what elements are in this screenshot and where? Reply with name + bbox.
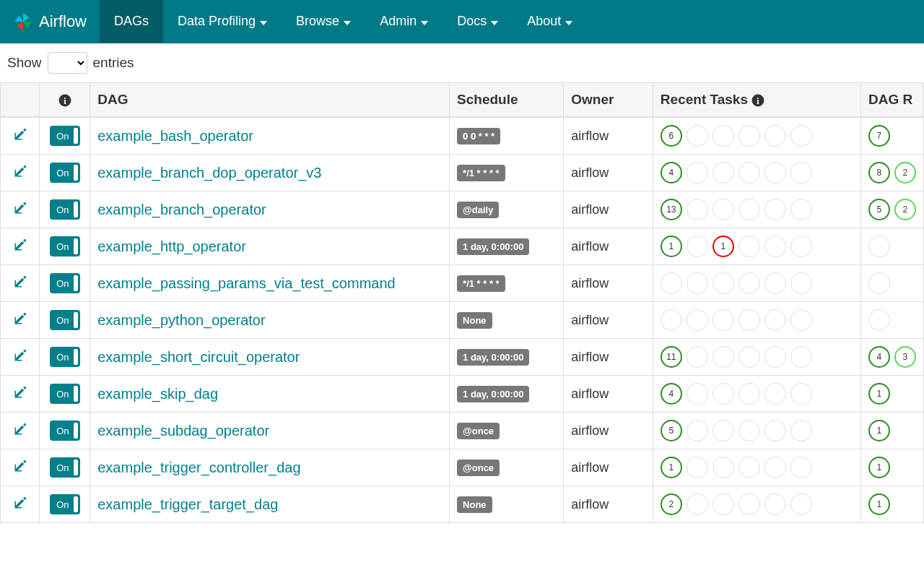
status-circle[interactable]	[712, 199, 734, 220]
status-circle[interactable]	[764, 309, 786, 331]
status-circle[interactable]	[764, 493, 786, 515]
status-circle[interactable]: 4	[661, 162, 682, 184]
status-circle[interactable]	[790, 272, 812, 294]
dag-link[interactable]: example_trigger_controller_dag	[97, 460, 300, 475]
edit-dag-button[interactable]	[14, 240, 27, 254]
status-circle[interactable]	[712, 309, 734, 331]
status-circle[interactable]	[790, 420, 812, 441]
dag-link[interactable]: example_skip_dag	[97, 386, 218, 402]
status-circle[interactable]	[764, 236, 786, 257]
status-circle[interactable]	[712, 346, 734, 368]
nav-item-admin[interactable]: Admin	[365, 0, 443, 43]
status-circle[interactable]	[790, 125, 812, 147]
edit-dag-button[interactable]	[14, 387, 27, 402]
status-circle[interactable]	[790, 236, 812, 257]
status-circle[interactable]: 5	[868, 199, 890, 220]
status-circle[interactable]: 2	[894, 162, 916, 184]
status-circle[interactable]	[687, 125, 708, 147]
schedule-badge[interactable]: @daily	[457, 202, 499, 218]
status-circle[interactable]	[790, 493, 812, 515]
status-circle[interactable]: 1	[661, 236, 682, 257]
status-circle[interactable]	[687, 493, 708, 515]
status-circle[interactable]: 1	[661, 457, 682, 478]
header-owner[interactable]: Owner	[564, 83, 653, 118]
status-circle[interactable]: 2	[894, 199, 916, 220]
status-circle[interactable]	[687, 383, 708, 405]
status-circle[interactable]	[738, 125, 760, 147]
status-circle[interactable]	[738, 309, 760, 331]
status-circle[interactable]	[790, 383, 812, 405]
status-circle[interactable]	[687, 457, 708, 478]
status-circle[interactable]: 1	[868, 383, 890, 405]
nav-item-data-profiling[interactable]: Data Profiling	[163, 0, 282, 43]
edit-dag-button[interactable]	[14, 498, 27, 512]
status-circle[interactable]	[764, 346, 786, 368]
schedule-badge[interactable]: None	[457, 312, 492, 329]
status-circle[interactable]	[738, 383, 760, 405]
status-circle[interactable]	[790, 346, 812, 368]
status-circle[interactable]	[712, 272, 734, 294]
dag-link[interactable]: example_branch_dop_operator_v3	[97, 165, 321, 181]
status-circle[interactable]	[790, 199, 812, 220]
dag-on-toggle[interactable]: On	[50, 236, 79, 256]
status-circle[interactable]: 1	[868, 420, 890, 441]
nav-item-about[interactable]: About	[513, 0, 587, 43]
status-circle[interactable]: 1	[868, 457, 890, 478]
status-circle[interactable]	[712, 420, 734, 441]
status-circle[interactable]	[764, 162, 786, 184]
nav-item-browse[interactable]: Browse	[282, 0, 365, 43]
status-circle[interactable]	[738, 420, 760, 441]
status-circle[interactable]	[868, 236, 890, 257]
dag-on-toggle[interactable]: On	[50, 494, 79, 514]
dag-on-toggle[interactable]: On	[50, 199, 79, 220]
entries-select[interactable]	[48, 52, 87, 74]
status-circle[interactable]: 1	[868, 493, 890, 515]
schedule-badge[interactable]: 0 0 * * *	[457, 128, 500, 144]
edit-dag-button[interactable]	[14, 424, 27, 439]
status-circle[interactable]	[687, 420, 708, 441]
schedule-badge[interactable]: 1 day, 0:00:00	[457, 386, 529, 402]
status-circle[interactable]	[790, 309, 812, 331]
status-circle[interactable]: 8	[868, 162, 890, 184]
status-circle[interactable]	[738, 236, 760, 257]
schedule-badge[interactable]: */1 * * * *	[457, 275, 505, 292]
dag-on-toggle[interactable]: On	[50, 347, 79, 367]
status-circle[interactable]	[687, 236, 708, 257]
nav-item-docs[interactable]: Docs	[443, 0, 513, 43]
edit-dag-button[interactable]	[14, 314, 27, 328]
edit-dag-button[interactable]	[14, 350, 27, 365]
status-circle[interactable]	[868, 272, 890, 294]
status-circle[interactable]	[764, 457, 786, 478]
header-recent-tasks[interactable]: Recent Tasks i	[653, 83, 860, 118]
edit-dag-button[interactable]	[14, 166, 27, 181]
status-circle[interactable]	[790, 162, 812, 184]
status-circle[interactable]	[712, 162, 734, 184]
dag-on-toggle[interactable]: On	[50, 163, 79, 183]
status-circle[interactable]	[738, 493, 760, 515]
status-circle[interactable]: 13	[661, 199, 682, 220]
schedule-badge[interactable]: @once	[457, 460, 500, 476]
dag-link[interactable]: example_python_operator	[97, 312, 265, 328]
dag-link[interactable]: example_subdag_operator	[97, 423, 269, 439]
dag-link[interactable]: example_bash_operator	[97, 128, 253, 144]
nav-item-dags[interactable]: DAGs	[100, 0, 163, 43]
status-circle[interactable]: 7	[868, 125, 890, 147]
status-circle[interactable]: 11	[661, 346, 682, 368]
status-circle[interactable]	[661, 309, 682, 331]
status-circle[interactable]: 6	[661, 125, 682, 147]
status-circle[interactable]: 2	[661, 493, 682, 515]
schedule-badge[interactable]: @once	[457, 423, 500, 439]
header-schedule[interactable]: Schedule	[450, 83, 564, 118]
brand-link[interactable]: Airflow	[0, 0, 100, 43]
edit-dag-button[interactable]	[14, 203, 27, 217]
status-circle[interactable]: 1	[712, 236, 734, 257]
dag-link[interactable]: example_passing_params_via_test_command	[97, 275, 395, 291]
status-circle[interactable]	[738, 162, 760, 184]
edit-dag-button[interactable]	[14, 129, 27, 144]
dag-on-toggle[interactable]: On	[50, 310, 79, 330]
status-circle[interactable]	[687, 346, 708, 368]
status-circle[interactable]	[738, 199, 760, 220]
status-circle[interactable]	[764, 199, 786, 220]
dag-on-toggle[interactable]: On	[50, 384, 79, 404]
dag-on-toggle[interactable]: On	[50, 457, 79, 478]
